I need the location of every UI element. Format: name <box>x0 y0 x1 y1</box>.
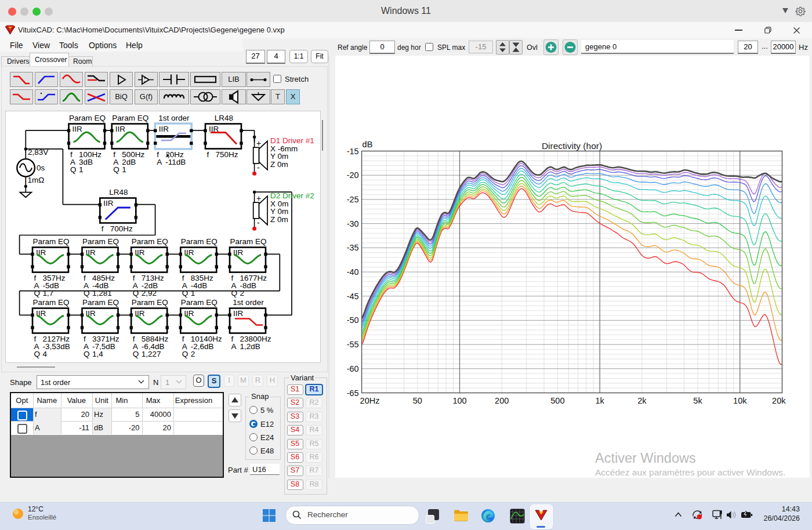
svg-text:Q: Q <box>231 289 238 297</box>
svg-text:D1 Driver #1: D1 Driver #1 <box>270 136 314 145</box>
svg-text:1mΩ: 1mΩ <box>28 176 45 184</box>
svg-text:1,7: 1,7 <box>43 289 54 297</box>
svg-text:Param EQ: Param EQ <box>82 237 119 246</box>
svg-text:LR48: LR48 <box>109 188 128 197</box>
svg-text:Param EQ: Param EQ <box>181 237 217 246</box>
svg-text:4: 4 <box>43 350 48 358</box>
svg-text:dB: dB <box>362 140 373 149</box>
svg-text:Directivity (hor): Directivity (hor) <box>542 141 602 151</box>
svg-text:10k: 10k <box>733 396 747 405</box>
svg-text:700Hz: 700Hz <box>110 224 133 233</box>
svg-text:IIR: IIR <box>233 309 244 318</box>
svg-text:Y 0m: Y 0m <box>270 152 288 161</box>
svg-text:-11dB: -11dB <box>165 158 186 166</box>
svg-text:750Hz: 750Hz <box>216 150 238 159</box>
svg-text:Q: Q <box>34 289 41 297</box>
svg-text:A: A <box>157 158 162 166</box>
svg-text:-35: -35 <box>347 243 359 252</box>
svg-text:-45: -45 <box>347 292 359 301</box>
svg-text:Q: Q <box>34 350 41 358</box>
svg-text:Param EQ: Param EQ <box>69 114 106 122</box>
svg-text:1k: 1k <box>595 396 604 405</box>
svg-text:-30: -30 <box>347 219 359 228</box>
svg-text:50: 50 <box>413 396 422 405</box>
svg-text:Param EQ: Param EQ <box>32 298 69 307</box>
svg-text:Q: Q <box>133 350 139 358</box>
svg-text:Q: Q <box>84 350 90 358</box>
svg-text:Z 0m: Z 0m <box>270 215 288 224</box>
svg-text:-: - <box>257 218 260 227</box>
svg-text:+: + <box>256 139 261 148</box>
svg-text:IIR: IIR <box>103 199 114 208</box>
svg-text:Q: Q <box>70 165 77 174</box>
svg-text:2: 2 <box>240 289 245 297</box>
svg-text:0s: 0s <box>37 164 45 172</box>
svg-text:-40: -40 <box>347 267 359 277</box>
svg-text:+: + <box>256 194 261 203</box>
svg-text:1: 1 <box>122 165 126 174</box>
svg-text:-60: -60 <box>347 364 359 373</box>
svg-text:IIR: IIR <box>159 125 169 133</box>
svg-text:Param EQ: Param EQ <box>132 298 168 307</box>
svg-text:f: f <box>207 150 209 159</box>
svg-text:20k: 20k <box>772 396 786 405</box>
svg-text:IIR: IIR <box>115 125 126 133</box>
svg-text:A: A <box>231 342 237 351</box>
svg-text:1st order: 1st order <box>233 298 264 307</box>
svg-text:1: 1 <box>191 289 195 297</box>
svg-text:2: 2 <box>191 350 195 358</box>
svg-text:Q: Q <box>182 289 188 297</box>
svg-text:X -6mm: X -6mm <box>270 144 298 153</box>
svg-text:f: f <box>102 224 104 233</box>
svg-text:Q: Q <box>182 350 188 358</box>
svg-text:1,227: 1,227 <box>142 350 161 358</box>
svg-text:100: 100 <box>452 396 466 405</box>
svg-text:2,92: 2,92 <box>142 289 157 297</box>
svg-text:Param EQ: Param EQ <box>181 298 217 307</box>
svg-text:1: 1 <box>79 165 84 174</box>
svg-text:IIR: IIR <box>72 125 83 133</box>
svg-text:Z 0m: Z 0m <box>270 160 288 169</box>
svg-text:Param EQ: Param EQ <box>32 237 69 246</box>
svg-text:-15: -15 <box>347 147 359 156</box>
svg-text:-55: -55 <box>347 340 359 349</box>
svg-text:5k: 5k <box>693 396 702 405</box>
svg-text:Param EQ: Param EQ <box>230 237 266 246</box>
svg-text:-: - <box>257 163 260 172</box>
svg-text:500: 500 <box>550 396 564 405</box>
svg-text:200: 200 <box>495 396 509 405</box>
svg-text:Param EQ: Param EQ <box>112 114 148 122</box>
svg-text:-65: -65 <box>347 389 359 398</box>
svg-text:LR48: LR48 <box>215 114 233 122</box>
svg-text:1,2dB: 1,2dB <box>240 342 260 351</box>
svg-text:Q: Q <box>84 289 90 297</box>
svg-text:2k: 2k <box>637 396 647 405</box>
svg-text:Y 0m: Y 0m <box>270 207 288 216</box>
svg-text:Param EQ: Param EQ <box>132 237 168 246</box>
svg-text:1,281: 1,281 <box>92 289 112 297</box>
svg-text:-20: -20 <box>347 170 359 180</box>
svg-text:Param EQ: Param EQ <box>82 298 119 307</box>
svg-text:-50: -50 <box>347 315 359 325</box>
svg-text:D2 Driver #2: D2 Driver #2 <box>270 191 314 200</box>
svg-text:20Hz: 20Hz <box>360 396 380 405</box>
svg-text:-25: -25 <box>347 195 359 204</box>
svg-text:X 0m: X 0m <box>270 199 289 208</box>
svg-text:1,4: 1,4 <box>92 350 103 358</box>
svg-text:Q: Q <box>113 165 119 174</box>
svg-text:Q: Q <box>133 289 139 297</box>
svg-text:1st order: 1st order <box>158 114 190 122</box>
